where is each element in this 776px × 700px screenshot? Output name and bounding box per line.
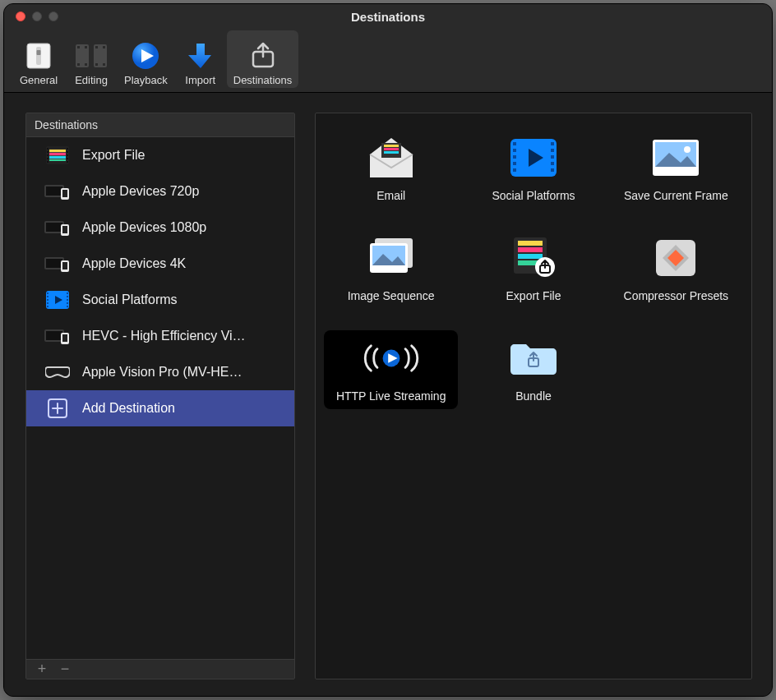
templates-grid: Email Social Platforms Save Current Fram… xyxy=(324,130,743,409)
film-edit-icon xyxy=(73,41,109,71)
template-image-sequence[interactable]: Image Sequence xyxy=(324,230,458,309)
svg-rect-51 xyxy=(67,296,68,297)
envelope-film-icon xyxy=(362,135,421,181)
svg-rect-31 xyxy=(67,161,68,163)
tab-destinations[interactable]: Destinations xyxy=(227,30,299,88)
social-icon xyxy=(44,290,71,310)
svg-rect-71 xyxy=(513,168,516,172)
template-label: Social Platforms xyxy=(492,189,575,202)
svg-rect-22 xyxy=(47,148,48,150)
svg-rect-27 xyxy=(67,148,68,150)
svg-rect-48 xyxy=(47,302,48,304)
svg-rect-11 xyxy=(95,63,98,66)
list-item-label: Apple Devices 1080p xyxy=(82,220,206,235)
add-button[interactable]: + xyxy=(35,661,49,678)
svg-rect-25 xyxy=(47,158,48,159)
template-save-current-frame[interactable]: Save Current Frame xyxy=(609,130,743,209)
svg-rect-45 xyxy=(47,292,48,294)
svg-rect-1 xyxy=(36,47,41,65)
list-item[interactable]: Export File xyxy=(26,137,294,173)
svg-rect-59 xyxy=(62,334,67,342)
template-social-platforms[interactable]: Social Platforms xyxy=(466,130,600,209)
svg-rect-47 xyxy=(47,299,48,301)
template-http-live-streaming[interactable]: HTTP Live Streaming xyxy=(324,330,458,409)
list-item[interactable]: HEVC - High Efficiency Vi… xyxy=(26,318,294,354)
preferences-window: Destinations General xyxy=(3,3,773,697)
tab-playback[interactable]: Playback xyxy=(118,30,174,88)
template-email[interactable]: Email xyxy=(324,130,458,209)
download-arrow-icon xyxy=(182,41,219,71)
svg-rect-87 xyxy=(518,241,543,246)
list-item-label: Export File xyxy=(82,148,145,163)
svg-rect-5 xyxy=(77,46,80,48)
main-area: Destinations Export File Apple Devices 7… xyxy=(4,93,772,696)
svg-rect-29 xyxy=(67,154,68,156)
svg-rect-72 xyxy=(551,142,554,145)
svg-rect-30 xyxy=(67,158,68,159)
svg-rect-37 xyxy=(46,223,62,232)
list-item-label: Apple Devices 4K xyxy=(82,256,186,271)
template-compressor-presets[interactable]: Compressor Presets xyxy=(609,230,743,309)
toolbar: General Editing xyxy=(4,29,772,93)
svg-rect-18 xyxy=(49,150,66,152)
svg-rect-67 xyxy=(513,142,516,145)
tab-label: Destinations xyxy=(233,74,293,86)
list-item[interactable]: Apple Devices 4K xyxy=(26,246,294,282)
svg-rect-41 xyxy=(46,259,62,268)
template-bundle[interactable]: Bundle xyxy=(466,330,600,409)
svg-rect-74 xyxy=(551,155,554,159)
template-label: HTTP Live Streaming xyxy=(336,389,446,403)
svg-rect-7 xyxy=(77,63,80,66)
svg-rect-28 xyxy=(67,151,68,153)
list-item[interactable]: Apple Devices 1080p xyxy=(26,210,294,246)
destinations-sidebar: Destinations Export File Apple Devices 7… xyxy=(25,113,295,679)
svg-rect-75 xyxy=(551,162,554,165)
devices-icon xyxy=(44,182,71,201)
tab-label: Editing xyxy=(75,74,108,86)
list-item[interactable]: Apple Devices 720p xyxy=(26,173,294,210)
svg-rect-65 xyxy=(384,151,399,154)
tab-label: General xyxy=(20,74,58,86)
template-label: Email xyxy=(376,189,405,202)
svg-rect-70 xyxy=(513,162,516,165)
svg-rect-8 xyxy=(85,63,87,66)
folder-share-icon xyxy=(504,335,563,381)
tab-label: Import xyxy=(185,74,215,86)
svg-rect-39 xyxy=(62,226,67,233)
list-item[interactable]: Social Platforms xyxy=(26,282,294,318)
template-label: Compressor Presets xyxy=(624,289,729,302)
devices-icon xyxy=(44,326,71,346)
list-item-label: Apple Devices 720p xyxy=(82,184,199,199)
svg-rect-33 xyxy=(46,187,62,196)
remove-button[interactable]: − xyxy=(58,661,72,678)
svg-rect-35 xyxy=(62,190,67,197)
plus-box-icon xyxy=(44,398,71,418)
titlebar: Destinations xyxy=(4,4,772,29)
landscape-stack-icon xyxy=(362,235,421,281)
tab-general[interactable]: General xyxy=(12,30,65,88)
tab-editing[interactable]: Editing xyxy=(65,30,118,88)
list-item-label: Social Platforms xyxy=(82,292,178,307)
broadcast-icon xyxy=(362,335,421,381)
svg-rect-63 xyxy=(384,145,399,147)
template-label: Save Current Frame xyxy=(624,189,728,202)
svg-rect-69 xyxy=(513,155,516,159)
list-item-add-destination[interactable]: Add Destination xyxy=(26,390,294,426)
sidebar-footer: + − xyxy=(26,659,294,679)
list-item-label: Add Destination xyxy=(82,401,175,416)
svg-rect-26 xyxy=(47,161,48,163)
tab-import[interactable]: Import xyxy=(174,30,227,88)
svg-rect-20 xyxy=(49,156,66,159)
template-label: Image Sequence xyxy=(348,289,435,302)
share-icon xyxy=(245,41,281,71)
list-item[interactable]: Apple Vision Pro (MV-HE… xyxy=(26,354,294,390)
vision-icon xyxy=(44,362,71,382)
template-export-file[interactable]: Export File xyxy=(466,230,600,309)
svg-rect-68 xyxy=(513,149,516,152)
destination-templates-panel: Email Social Platforms Save Current Fram… xyxy=(315,113,752,679)
svg-rect-43 xyxy=(62,262,67,269)
social-play-icon xyxy=(504,135,563,181)
play-circle-icon xyxy=(127,41,164,71)
template-label: Export File xyxy=(506,289,561,302)
slider-icon xyxy=(21,41,57,71)
